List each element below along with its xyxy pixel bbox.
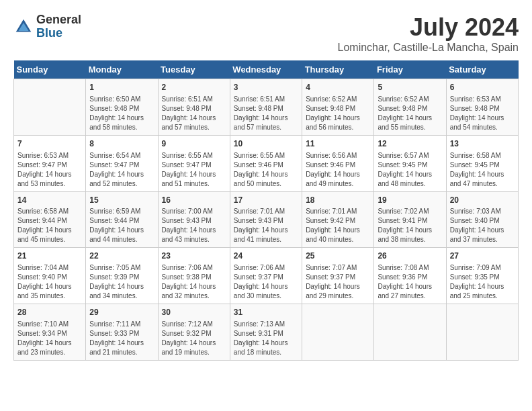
calendar-week-row: 14Sunrise: 6:58 AM Sunset: 9:44 PM Dayli…: [14, 191, 519, 248]
day-number: 6: [450, 82, 515, 93]
calendar-week-row: 1Sunrise: 6:50 AM Sunset: 9:48 PM Daylig…: [14, 79, 519, 136]
logo-blue: Blue: [36, 27, 81, 40]
calendar-cell: 11Sunrise: 6:56 AM Sunset: 9:46 PM Dayli…: [302, 135, 374, 191]
day-header: Friday: [374, 60, 446, 79]
day-info: Sunrise: 7:11 AM Sunset: 9:33 PM Dayligh…: [89, 320, 154, 357]
logo-text: General Blue: [36, 13, 81, 40]
day-number: 9: [162, 138, 226, 150]
day-header: Tuesday: [158, 60, 230, 79]
day-info: Sunrise: 7:10 AM Sunset: 9:34 PM Dayligh…: [17, 320, 82, 357]
day-info: Sunrise: 7:03 AM Sunset: 9:40 PM Dayligh…: [450, 207, 515, 244]
day-info: Sunrise: 6:57 AM Sunset: 9:45 PM Dayligh…: [378, 151, 442, 189]
day-info: Sunrise: 6:53 AM Sunset: 9:48 PM Dayligh…: [450, 95, 515, 132]
day-info: Sunrise: 7:12 AM Sunset: 9:32 PM Dayligh…: [162, 320, 226, 357]
page-header: General Blue July 2024 Lominchar, Castil…: [13, 13, 519, 54]
day-info: Sunrise: 6:52 AM Sunset: 9:48 PM Dayligh…: [378, 95, 442, 132]
calendar-cell: 10Sunrise: 6:55 AM Sunset: 9:46 PM Dayli…: [230, 135, 302, 191]
day-number: 30: [162, 307, 226, 318]
day-info: Sunrise: 6:51 AM Sunset: 9:48 PM Dayligh…: [234, 95, 298, 132]
day-info: Sunrise: 6:55 AM Sunset: 9:47 PM Dayligh…: [162, 151, 226, 189]
day-info: Sunrise: 7:06 AM Sunset: 9:37 PM Dayligh…: [234, 263, 298, 301]
calendar-table: SundayMondayTuesdayWednesdayThursdayFrid…: [13, 60, 519, 361]
calendar-cell: 23Sunrise: 7:06 AM Sunset: 9:38 PM Dayli…: [158, 248, 230, 304]
day-info: Sunrise: 6:52 AM Sunset: 9:48 PM Dayligh…: [306, 95, 370, 132]
day-info: Sunrise: 7:06 AM Sunset: 9:38 PM Dayligh…: [162, 263, 226, 301]
day-number: 26: [378, 250, 442, 262]
day-number: 14: [17, 195, 82, 206]
day-info: Sunrise: 7:01 AM Sunset: 9:42 PM Dayligh…: [306, 207, 370, 244]
calendar-cell: 14Sunrise: 6:58 AM Sunset: 9:44 PM Dayli…: [14, 191, 86, 248]
calendar-cell: 3Sunrise: 6:51 AM Sunset: 9:48 PM Daylig…: [230, 79, 302, 136]
day-number: 10: [234, 138, 298, 150]
day-info: Sunrise: 7:08 AM Sunset: 9:36 PM Dayligh…: [378, 263, 442, 301]
day-number: 29: [89, 307, 154, 318]
calendar-cell: 12Sunrise: 6:57 AM Sunset: 9:45 PM Dayli…: [374, 135, 446, 191]
day-number: 31: [234, 307, 298, 318]
day-info: Sunrise: 7:01 AM Sunset: 9:43 PM Dayligh…: [234, 207, 298, 244]
calendar-cell: 18Sunrise: 7:01 AM Sunset: 9:42 PM Dayli…: [302, 191, 374, 248]
day-header: Wednesday: [230, 60, 302, 79]
calendar-cell: 29Sunrise: 7:11 AM Sunset: 9:33 PM Dayli…: [86, 304, 158, 361]
calendar-cell: 19Sunrise: 7:02 AM Sunset: 9:41 PM Dayli…: [374, 191, 446, 248]
day-number: 28: [17, 307, 82, 318]
calendar-week-row: 7Sunrise: 6:53 AM Sunset: 9:47 PM Daylig…: [14, 135, 519, 191]
calendar-cell: 6Sunrise: 6:53 AM Sunset: 9:48 PM Daylig…: [446, 79, 518, 136]
day-number: 20: [450, 195, 515, 206]
day-info: Sunrise: 6:50 AM Sunset: 9:48 PM Dayligh…: [89, 95, 154, 132]
day-info: Sunrise: 7:05 AM Sunset: 9:39 PM Dayligh…: [89, 263, 154, 301]
logo-general: General: [36, 13, 81, 27]
calendar-cell: 24Sunrise: 7:06 AM Sunset: 9:37 PM Dayli…: [230, 248, 302, 304]
calendar-cell: 2Sunrise: 6:51 AM Sunset: 9:48 PM Daylig…: [158, 79, 230, 136]
day-number: 5: [378, 82, 442, 93]
day-number: 22: [89, 250, 154, 262]
day-info: Sunrise: 7:00 AM Sunset: 9:43 PM Dayligh…: [162, 207, 226, 244]
month-title: July 2024: [338, 13, 519, 42]
calendar-cell: 31Sunrise: 7:13 AM Sunset: 9:31 PM Dayli…: [230, 304, 302, 361]
location-title: Lominchar, Castille-La Mancha, Spain: [338, 42, 519, 54]
calendar-cell: 17Sunrise: 7:01 AM Sunset: 9:43 PM Dayli…: [230, 191, 302, 248]
logo-icon: [13, 17, 34, 37]
calendar-cell: 28Sunrise: 7:10 AM Sunset: 9:34 PM Dayli…: [14, 304, 86, 361]
calendar-week-row: 21Sunrise: 7:04 AM Sunset: 9:40 PM Dayli…: [14, 248, 519, 304]
day-number: 1: [89, 82, 154, 93]
day-number: 24: [234, 250, 298, 262]
calendar-cell: 9Sunrise: 6:55 AM Sunset: 9:47 PM Daylig…: [158, 135, 230, 191]
calendar-cell: 25Sunrise: 7:07 AM Sunset: 9:37 PM Dayli…: [302, 248, 374, 304]
day-info: Sunrise: 6:55 AM Sunset: 9:46 PM Dayligh…: [234, 151, 298, 189]
day-info: Sunrise: 6:58 AM Sunset: 9:44 PM Dayligh…: [17, 207, 82, 244]
calendar-header-row: SundayMondayTuesdayWednesdayThursdayFrid…: [14, 60, 519, 79]
day-header: Saturday: [446, 60, 518, 79]
day-header: Thursday: [302, 60, 374, 79]
day-header: Monday: [86, 60, 158, 79]
day-info: Sunrise: 6:56 AM Sunset: 9:46 PM Dayligh…: [306, 151, 370, 189]
day-info: Sunrise: 7:09 AM Sunset: 9:35 PM Dayligh…: [450, 263, 515, 301]
calendar-cell: 4Sunrise: 6:52 AM Sunset: 9:48 PM Daylig…: [302, 79, 374, 136]
day-info: Sunrise: 7:02 AM Sunset: 9:41 PM Dayligh…: [378, 207, 442, 244]
day-info: Sunrise: 6:53 AM Sunset: 9:47 PM Dayligh…: [17, 151, 82, 189]
calendar-cell: 1Sunrise: 6:50 AM Sunset: 9:48 PM Daylig…: [86, 79, 158, 136]
day-info: Sunrise: 6:54 AM Sunset: 9:47 PM Dayligh…: [89, 151, 154, 189]
calendar-cell: 21Sunrise: 7:04 AM Sunset: 9:40 PM Dayli…: [14, 248, 86, 304]
day-header: Sunday: [14, 60, 86, 79]
day-number: 11: [306, 138, 370, 150]
calendar-cell: 15Sunrise: 6:59 AM Sunset: 9:44 PM Dayli…: [86, 191, 158, 248]
calendar-cell: 22Sunrise: 7:05 AM Sunset: 9:39 PM Dayli…: [86, 248, 158, 304]
day-number: 21: [17, 250, 82, 262]
day-number: 8: [89, 138, 154, 150]
calendar-week-row: 28Sunrise: 7:10 AM Sunset: 9:34 PM Dayli…: [14, 304, 519, 361]
calendar-cell: 16Sunrise: 7:00 AM Sunset: 9:43 PM Dayli…: [158, 191, 230, 248]
calendar-cell: [302, 304, 374, 361]
calendar-cell: 8Sunrise: 6:54 AM Sunset: 9:47 PM Daylig…: [86, 135, 158, 191]
calendar-cell: [446, 304, 518, 361]
day-number: 15: [89, 195, 154, 206]
day-info: Sunrise: 6:51 AM Sunset: 9:48 PM Dayligh…: [162, 95, 226, 132]
day-number: 19: [378, 195, 442, 206]
day-number: 25: [306, 250, 370, 262]
calendar-cell: 26Sunrise: 7:08 AM Sunset: 9:36 PM Dayli…: [374, 248, 446, 304]
day-number: 2: [162, 82, 226, 93]
day-info: Sunrise: 6:58 AM Sunset: 9:45 PM Dayligh…: [450, 151, 515, 189]
calendar-cell: 7Sunrise: 6:53 AM Sunset: 9:47 PM Daylig…: [14, 135, 86, 191]
day-number: 7: [17, 138, 82, 150]
day-info: Sunrise: 7:07 AM Sunset: 9:37 PM Dayligh…: [306, 263, 370, 301]
calendar-cell: 30Sunrise: 7:12 AM Sunset: 9:32 PM Dayli…: [158, 304, 230, 361]
